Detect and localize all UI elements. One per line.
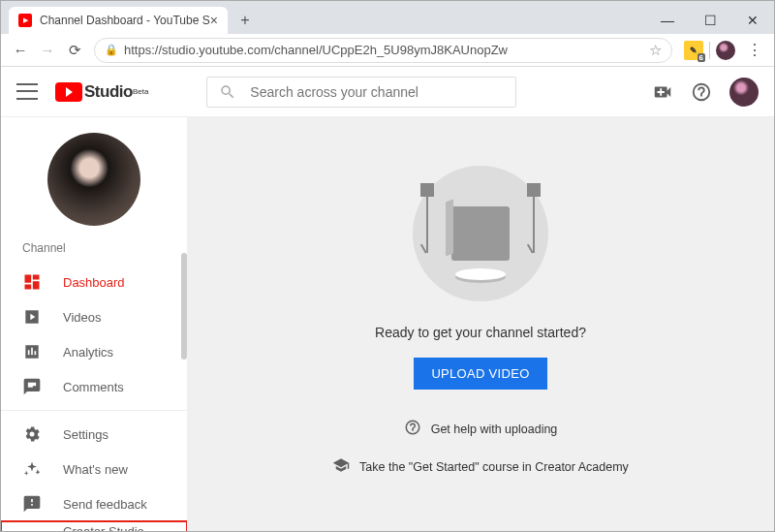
browser-address-bar: ← → ⟳ 🔒 https://studio.youtube.com/chann… [1, 34, 774, 67]
window-close-button[interactable]: ✕ [731, 11, 774, 34]
url-text: https://studio.youtube.com/channel/UCppE… [124, 43, 643, 57]
academy-icon [332, 456, 350, 477]
lock-icon: 🔒 [105, 44, 118, 56]
sidebar-item-label: Analytics [63, 345, 113, 360]
sidebar-item-label: Videos [63, 310, 102, 325]
youtube-favicon [18, 14, 32, 27]
sidebar-section-label: Channel [1, 235, 187, 265]
divider [709, 42, 710, 59]
channel-avatar[interactable] [47, 133, 140, 226]
dashboard-icon [22, 272, 42, 292]
nav-back-button[interactable]: ← [7, 37, 34, 64]
creator-academy-link[interactable]: Take the "Get Started" course in Creator… [332, 456, 629, 477]
empty-state-heading: Ready to get your channel started? [375, 325, 586, 340]
browser-titlebar: Channel Dashboard - YouTube S × + — ☐ ✕ [1, 1, 774, 34]
sidebar-item-label: Comments [63, 380, 124, 394]
address-field[interactable]: 🔒 https://studio.youtube.com/channel/UCp… [94, 38, 672, 63]
analytics-icon [22, 342, 42, 361]
youtube-icon [55, 82, 82, 102]
sidebar-item-label: Creator Studio Classic [63, 524, 166, 531]
search-box[interactable] [206, 77, 516, 108]
browser-profile-avatar[interactable] [716, 41, 735, 60]
help-uploading-link[interactable]: Get help with uploading [404, 419, 558, 439]
extension-badge[interactable]: ✎ [684, 41, 703, 60]
hamburger-menu-button[interactable] [16, 81, 38, 103]
sidebar-item-label: Dashboard [63, 275, 125, 290]
tab-close-button[interactable]: × [210, 13, 218, 28]
account-avatar[interactable] [729, 78, 759, 107]
sidebar-item-label: Send feedback [63, 497, 147, 512]
nav-forward-button[interactable]: → [34, 37, 61, 64]
sidebar: Channel Dashboard Videos Analytics Comme… [1, 117, 187, 531]
sidebar-item-whats-new[interactable]: What's new [1, 452, 187, 486]
sidebar-scrollbar[interactable] [181, 253, 187, 360]
sidebar-item-label: Settings [63, 427, 108, 442]
help-icon [404, 419, 421, 439]
search-icon [219, 83, 236, 101]
sidebar-item-videos[interactable]: Videos [1, 299, 187, 334]
sidebar-item-label: What's new [63, 462, 128, 477]
nav-reload-button[interactable]: ⟳ [61, 37, 88, 64]
sidebar-item-creator-studio-classic[interactable]: Creator Studio Classic [1, 521, 187, 531]
sidebar-divider [1, 410, 187, 411]
feedback-icon [22, 494, 42, 514]
help-uploading-label: Get help with uploading [431, 422, 558, 436]
sidebar-item-feedback[interactable]: Send feedback [1, 486, 187, 521]
window-maximize-button[interactable]: ☐ [689, 11, 731, 34]
app-header: Studio Beta [1, 67, 774, 117]
tab-title: Channel Dashboard - YouTube S [40, 14, 210, 27]
sidebar-item-comments[interactable]: Comments [1, 369, 187, 404]
logo-beta-label: Beta [133, 87, 148, 96]
main-content: Ready to get your channel started? UPLOA… [187, 117, 774, 531]
window-minimize-button[interactable]: — [646, 11, 689, 34]
upload-video-button[interactable]: UPLOAD VIDEO [414, 358, 546, 390]
comments-icon [22, 377, 42, 396]
whatsnew-icon [22, 459, 42, 479]
empty-state-illustration [413, 166, 548, 301]
videos-icon [22, 307, 42, 327]
sidebar-item-settings[interactable]: Settings [1, 417, 187, 452]
creator-academy-label: Take the "Get Started" course in Creator… [359, 460, 629, 474]
classic-icon [22, 529, 42, 531]
gear-icon [22, 424, 42, 444]
create-video-button[interactable] [652, 81, 673, 103]
help-button[interactable] [691, 81, 712, 103]
logo-text: Studio [84, 82, 133, 102]
bookmark-star-icon[interactable]: ☆ [649, 42, 662, 59]
new-tab-button[interactable]: + [233, 9, 257, 32]
browser-tab[interactable]: Channel Dashboard - YouTube S × [9, 7, 228, 34]
window-controls: — ☐ ✕ [646, 11, 774, 34]
youtube-studio-logo[interactable]: Studio Beta [55, 82, 148, 102]
browser-menu-button[interactable]: ⋮ [741, 41, 768, 59]
sidebar-item-analytics[interactable]: Analytics [1, 334, 187, 369]
sidebar-item-dashboard[interactable]: Dashboard [1, 265, 187, 299]
search-input[interactable] [250, 84, 504, 100]
